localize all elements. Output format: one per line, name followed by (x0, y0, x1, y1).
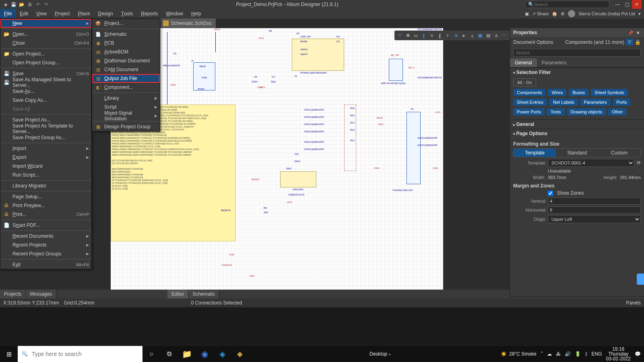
maximize-icon[interactable]: ▢ (622, 0, 632, 9)
section-page-options[interactable]: Page Options (510, 129, 644, 138)
tab-general[interactable]: General (510, 58, 537, 67)
filter-icon[interactable]: ▽ (396, 32, 403, 39)
chip-power-ports[interactable]: Power Ports (513, 108, 545, 115)
undo-icon[interactable]: ↶ (35, 1, 41, 8)
file-menu-library-migrator[interactable]: Library Migrator (0, 181, 91, 190)
new-menu-design-project-group[interactable]: ▩Design Project Group (92, 122, 160, 131)
file-menu-save-project-group-as-[interactable]: Save Project Group As... (0, 133, 91, 142)
chip-wires[interactable]: Wires (548, 89, 566, 96)
chip-drawing-objects[interactable]: Drawing objects (567, 108, 606, 115)
template-select[interactable]: SCHDOT-0001-4 (548, 159, 634, 167)
file-menu-open-project-group-[interactable]: Open Project Group... (0, 58, 91, 67)
power-icon[interactable]: ⏚ (469, 32, 476, 39)
file-menu-save-as-[interactable]: Save As... (0, 87, 91, 96)
new-menu-cam-document[interactable]: ▧CAM Document (92, 65, 160, 74)
chip-sheet-entries[interactable]: Sheet Entries (513, 99, 547, 106)
file-menu-save-copy-as-[interactable]: Save Copy As... (0, 96, 91, 105)
taskbar-search[interactable]: 🔍 (18, 346, 142, 362)
filter-icon[interactable]: ▽ (626, 39, 633, 45)
chevron-down-icon[interactable]: ▾ (638, 11, 641, 16)
file-menu-recent-documents[interactable]: Recent Documents▶ (0, 232, 91, 241)
param-icon[interactable]: ▤ (485, 32, 492, 39)
menu-place[interactable]: Place (74, 9, 94, 19)
tab-messages[interactable]: Messages (26, 290, 56, 298)
section-general[interactable]: General (510, 119, 644, 129)
new-menu-draftsman-document[interactable]: ▦Draftsman Document (92, 56, 160, 65)
file-menu-exit[interactable]: ExitAlt+F4 (0, 260, 91, 269)
file-menu-print-[interactable]: 🖶Print...Ctrl+P (0, 210, 91, 219)
select-icon[interactable]: ▭ (412, 32, 419, 39)
align-right-icon[interactable]: ‖ (436, 32, 444, 39)
bluetooth-icon[interactable]: ᛒ (585, 351, 588, 357)
share-button[interactable]: ↗ Share (532, 11, 549, 16)
tab-projects[interactable]: Projects (0, 290, 26, 298)
notifications-icon[interactable]: 💬 (635, 351, 641, 357)
chrome-app-icon[interactable] (196, 346, 213, 362)
chip-texts[interactable]: Texts (547, 108, 565, 115)
avatar[interactable] (568, 10, 575, 17)
global-search[interactable]: 🔍 (525, 1, 609, 8)
filter-mode-label[interactable]: Components (and 11 more) (565, 39, 624, 45)
tab-editor[interactable]: Editor (167, 290, 188, 298)
file-menu-open-[interactable]: 📂Open...Ctrl+O (0, 30, 91, 39)
file-menu-smart-pdf-[interactable]: 📄Smart PDF... (0, 221, 91, 230)
file-menu-open-project-[interactable]: 📁Open Project... (0, 49, 91, 58)
file-menu-close[interactable]: CloseCtrl+F4 (0, 39, 91, 47)
chip-buses[interactable]: Buses (569, 89, 588, 96)
menu-reports[interactable]: Reports (137, 9, 162, 19)
file-menu-page-setup-[interactable]: Page Setup... (0, 192, 91, 201)
close-panel-icon[interactable]: ✕ (635, 30, 641, 35)
file-menu-save-project-as-template-to-server-[interactable]: Save Project As Template to Server... (0, 124, 91, 133)
file-menu-print-preview-[interactable]: 🖶Print Preview... (0, 201, 91, 210)
battery-icon[interactable]: 🔋 (575, 351, 581, 357)
close-icon[interactable]: ✕ (632, 0, 642, 9)
sheet-icon[interactable]: ▦ (477, 32, 484, 39)
file-menu-recent-projects[interactable]: Recent Projects▶ (0, 241, 91, 249)
lang-indicator[interactable]: ENG (592, 351, 602, 357)
new-menu-component-[interactable]: ◧Component... (92, 83, 160, 92)
more-icon[interactable]: ⋯ (501, 32, 508, 39)
menu-design[interactable]: Design (94, 9, 117, 19)
onedrive-icon[interactable]: ☁ (547, 351, 552, 357)
canvas-toolbar[interactable]: ▽ ✥ ▭ ‖ ≡ ‖ ⊦ ≋ ▸ ⏚ ▦ ▤ A ⋯ (394, 31, 510, 40)
port-icon[interactable]: ▸ (460, 32, 468, 39)
origin-select[interactable]: Upper Left (548, 215, 641, 223)
tab-parameters[interactable]: Parameters (537, 58, 572, 67)
global-search-input[interactable] (534, 2, 607, 7)
vertical-input[interactable] (548, 197, 641, 205)
horizontal-input[interactable] (548, 206, 641, 214)
sound-icon[interactable]: 🔊 (565, 351, 571, 357)
network-icon[interactable]: 🖧 (556, 351, 561, 357)
save-icon[interactable]: 💾 (10, 1, 17, 8)
net-icon[interactable]: ⊦ (444, 32, 452, 39)
text-icon[interactable]: A (493, 32, 500, 39)
refresh-icon[interactable]: ⟳ (637, 160, 641, 166)
file-menu-import[interactable]: Import▶ (0, 144, 91, 153)
panels-button[interactable]: Panels (626, 300, 641, 306)
schematic-canvas[interactable]: CC0 WO[0] [3] SERCOM1/PAD[1] TCC0/WO[1] … (111, 28, 443, 290)
file-menu-run-script-[interactable]: Run Script... (0, 171, 91, 179)
seg-standard[interactable]: Standard (556, 149, 598, 157)
chip-net-labels[interactable]: Net Labels (549, 99, 578, 106)
start-button[interactable]: ⊞ (0, 346, 18, 362)
chip-other[interactable]: Other (608, 108, 627, 115)
file-menu-import-wizard[interactable]: Import Wizard (0, 162, 91, 171)
section-selection-filter[interactable]: Selection Filter (510, 68, 644, 77)
new-menu-mixed-signal-simulation[interactable]: Mixed-Signal Simulation▶ (92, 111, 160, 120)
new-menu-schematic[interactable]: 📄Schematic (92, 30, 160, 39)
explorer-app-icon[interactable] (178, 346, 196, 362)
chip-all-on[interactable]: All - On (513, 78, 536, 86)
menu-tools[interactable]: Tools (117, 9, 137, 19)
properties-search-input[interactable] (513, 49, 641, 57)
chip-ports[interactable]: Ports (613, 99, 631, 106)
menu-edit[interactable]: Edit (16, 9, 32, 19)
desktop-toolbar[interactable]: Desktop » (369, 351, 390, 357)
new-menu-pcb[interactable]: ▣PCB (92, 39, 160, 47)
altium-app-icon[interactable] (231, 346, 249, 362)
chip-components[interactable]: Components (513, 89, 545, 96)
chevron-up-icon[interactable]: ˄ (541, 351, 543, 357)
clock[interactable]: 15:16 Thursday 03-02-2022 (606, 347, 631, 361)
new-menu-activebom[interactable]: ▤ActiveBOM (92, 47, 160, 56)
print-icon[interactable]: 🖶 (27, 1, 33, 8)
format-seg[interactable]: Template Standard Custom (513, 148, 641, 157)
